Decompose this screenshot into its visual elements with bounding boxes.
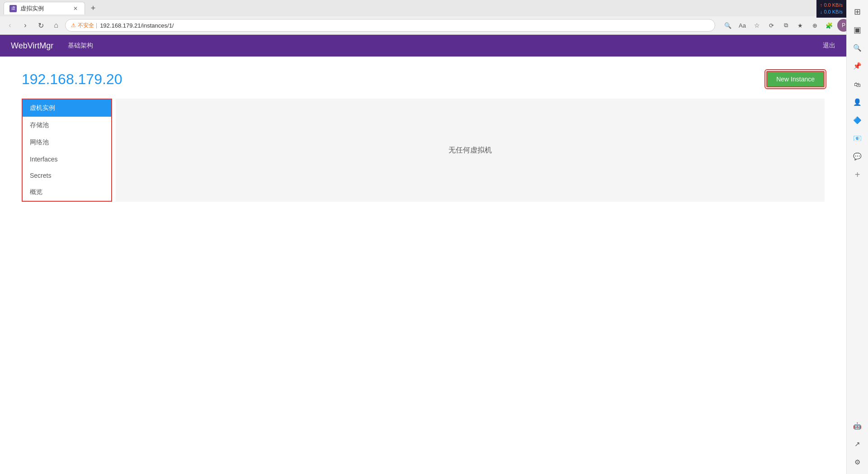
page-body: 192.168.179.20 New Instance 虚机实例 存储池 网络池… [0,57,846,216]
tab-bar: 虚 虚拟实例 ✕ + [0,0,868,16]
logout-button[interactable]: 退出 [823,42,835,50]
office-icon[interactable]: 🔷 [849,112,866,128]
browser-actions: 🔍 Aa ☆ ⟳ ⧉ ★ ⊕ 🧩 P ⋯ [722,19,864,32]
content-layout: 虚机实例 存储池 网络池 Interfaces Secrets 概览 无任何虚拟… [22,99,825,202]
collections-button[interactable]: ⊕ [808,19,821,32]
address-bar-row: ‹ › ↻ ⌂ ⚠ 不安全 | 192.168.179.21/instances… [0,16,868,34]
sidenav-item-secrets[interactable]: Secrets [23,167,111,184]
server-ip: 192.168.179.20 [22,71,122,88]
new-instance-button[interactable]: New Instance [766,71,825,87]
extensions-button[interactable]: 🧩 [823,19,835,32]
forward-button[interactable]: › [19,19,32,32]
network-speed-indicator: ↑ 0.0 KB/s ↓ 0.0 KB/s [816,0,846,18]
url-text: 192.168.179.21/instances/1/ [100,22,174,29]
upload-speed: ↑ 0.0 KB/s [820,2,843,9]
sidenav-item-storage[interactable]: 存储池 [23,117,111,134]
people-icon[interactable]: 👤 [849,94,866,110]
collections-icon[interactable]: ⊞ [849,4,866,20]
add-sidebar-icon[interactable]: + [849,166,866,183]
security-label: 不安全 [78,22,94,29]
edge-sidebar: ⊞ ▣ 🔍 📌 🛍 👤 🔷 📧 💬 + 🤖 ↗ ⚙ [846,0,868,474]
home-button[interactable]: ⌂ [50,19,62,32]
sidenav-item-network[interactable]: 网络池 [23,134,111,151]
content-panel: 无任何虚拟机 [116,99,825,202]
new-tab-button[interactable]: + [87,2,99,14]
back-button[interactable]: ‹ [4,19,16,32]
address-bar[interactable]: ⚠ 不安全 | 192.168.179.21/instances/1/ [65,19,715,32]
teams-icon[interactable]: 💬 [849,148,866,165]
app-navbar: WebVirtMgr 基础架构 退出 [0,35,846,57]
favorites-button[interactable]: ☆ [750,19,763,32]
divider: | [96,22,97,28]
favorites-bar-button[interactable]: ★ [794,19,807,32]
main-content: WebVirtMgr 基础架构 退出 192.168.179.20 New In… [0,35,846,474]
reload-button[interactable]: ↻ [34,19,47,32]
security-warning: ⚠ 不安全 | [71,22,97,29]
nav-link-infrastructure[interactable]: 基础架构 [64,40,97,52]
share-icon[interactable]: ↗ [849,436,866,452]
bag-icon[interactable]: 🛍 [849,76,866,92]
split-view-button[interactable]: ⧉ [779,19,792,32]
outlook-icon[interactable]: 📧 [849,130,866,147]
page-header: 192.168.179.20 New Instance [22,71,825,88]
sidenav-item-overview[interactable]: 概览 [23,184,111,201]
pin-icon[interactable]: 📌 [849,58,866,74]
tab-favicon: 虚 [9,5,17,12]
active-tab[interactable]: 虚 虚拟实例 ✕ [4,2,85,14]
app-brand: WebVirtMgr [11,41,53,51]
window-icon[interactable]: ▣ [849,22,866,38]
settings-icon[interactable]: ⚙ [849,454,866,470]
search-sidebar-icon[interactable]: 🔍 [849,40,866,56]
warning-icon: ⚠ [71,22,76,28]
sidenav-item-interfaces[interactable]: Interfaces [23,151,111,167]
empty-message: 无任何虚拟机 [448,146,492,155]
bot-icon[interactable]: 🤖 [849,418,866,434]
refresh-icon[interactable]: ⟳ [765,19,778,32]
tab-title: 虚拟实例 [20,5,44,13]
browser-chrome: 虚 虚拟实例 ✕ + ‹ › ↻ ⌂ ⚠ 不安全 | 192.168.179.2… [0,0,868,35]
tab-close-button[interactable]: ✕ [72,5,79,12]
download-speed: ↓ 0.0 KB/s [820,9,843,15]
zoom-button[interactable]: 🔍 [722,19,734,32]
side-nav: 虚机实例 存储池 网络池 Interfaces Secrets 概览 [22,99,112,202]
sidenav-item-instances[interactable]: 虚机实例 [23,100,111,117]
reader-mode-button[interactable]: Aa [736,19,749,32]
